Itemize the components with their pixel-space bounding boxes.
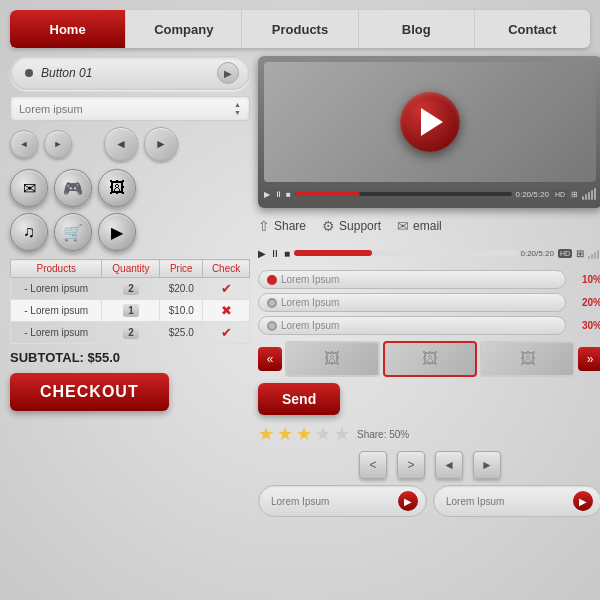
bottom-text-2[interactable] xyxy=(446,496,573,507)
play-triangle-icon xyxy=(421,108,443,136)
col-quantity: Quantity xyxy=(102,260,160,278)
audio-expand[interactable]: ⊞ xyxy=(576,248,584,259)
scroll-arrows: ▲ ▼ xyxy=(234,101,241,116)
ctrl-next[interactable]: ► xyxy=(44,130,72,158)
avbar2 xyxy=(591,254,593,259)
radio-dot-2[interactable] xyxy=(267,298,277,308)
right-panel: ▶ ⏸ ■ 0:20/5:20 HD ⊞ xyxy=(258,56,600,517)
button01-row: Button 01 ▶ xyxy=(10,56,250,90)
audio-bar: ▶ ⏸ ■ 0:20/5:20 HD ⊞ xyxy=(258,244,600,262)
carousel-thumb-2[interactable]: 🖼 xyxy=(383,341,478,377)
vbar4 xyxy=(591,190,593,200)
radio-row-2: Lorem Ipsum 20% xyxy=(258,293,600,312)
scroll-down[interactable]: ▼ xyxy=(234,109,241,116)
image-carousel: « 🖼 🖼 🖼 » xyxy=(258,341,600,377)
share-button[interactable]: ⇧ Share xyxy=(258,218,306,234)
bottom-arrow-1[interactable]: ▶ xyxy=(398,491,418,511)
star-4[interactable]: ★ xyxy=(315,423,331,445)
radio-row-3: Lorem Ipsum 30% xyxy=(258,316,600,335)
nav-blog[interactable]: Blog xyxy=(359,10,475,48)
support-label: Support xyxy=(339,219,381,233)
radio-label-1: Lorem Ipsum xyxy=(281,274,339,285)
bottom-input-2: ▶ xyxy=(433,485,600,517)
vc-expand[interactable]: ⊞ xyxy=(571,190,578,199)
star-1[interactable]: ★ xyxy=(258,423,274,445)
scroll-up[interactable]: ▲ xyxy=(234,101,241,108)
carousel-thumb-1[interactable]: 🖼 xyxy=(285,341,380,377)
video-player: ▶ ⏸ ■ 0:20/5:20 HD ⊞ xyxy=(258,56,600,208)
product-table: Products Quantity Price Check - Lorem ip… xyxy=(10,259,250,344)
lorem-input[interactable] xyxy=(19,103,234,115)
checkout-button[interactable]: CHECKOUT xyxy=(10,373,169,411)
vc-pause[interactable]: ⏸ xyxy=(274,190,282,199)
icon-image[interactable]: 🖼 xyxy=(98,169,136,207)
product-check: ✔ xyxy=(203,322,250,344)
pct-label-1: 10% xyxy=(572,274,600,285)
radio-input-3: Lorem Ipsum xyxy=(258,316,566,335)
icon-email[interactable]: ✉ xyxy=(10,169,48,207)
product-check: ✔ xyxy=(203,278,250,300)
video-controls: ▶ ⏸ ■ 0:20/5:20 HD ⊞ xyxy=(264,186,596,202)
button01-dot xyxy=(25,69,33,77)
audio-pause[interactable]: ⏸ xyxy=(270,248,280,259)
audio-progress[interactable] xyxy=(294,250,516,256)
nav-home[interactable]: Home xyxy=(10,10,126,48)
star-2[interactable]: ★ xyxy=(277,423,293,445)
star-5[interactable]: ★ xyxy=(334,423,350,445)
carousel-next[interactable]: » xyxy=(578,347,600,371)
play-button-large[interactable] xyxy=(400,92,460,152)
nav-products[interactable]: Products xyxy=(242,10,358,48)
nav-next[interactable]: ► xyxy=(473,451,501,479)
bottom-arrow-2[interactable]: ▶ xyxy=(573,491,593,511)
carousel-thumb-3[interactable]: 🖼 xyxy=(480,341,575,377)
nav-arrows: < > ◄ ► xyxy=(258,451,600,479)
audio-play[interactable]: ▶ xyxy=(258,248,266,259)
avbar4 xyxy=(597,250,599,259)
ctrl-prev[interactable]: ◄ xyxy=(10,130,38,158)
ctrl-next2[interactable]: ► xyxy=(144,127,178,161)
video-time: 0:20/5:20 xyxy=(516,190,549,199)
ctrl-prev2[interactable]: ◄ xyxy=(104,127,138,161)
button01-arrow[interactable]: ▶ xyxy=(217,62,239,84)
audio-hd: HD xyxy=(558,249,572,258)
stars-row: ★ ★ ★ ★ ★ Share: 50% xyxy=(258,423,600,445)
icon-cart[interactable]: 🛒 xyxy=(54,213,92,251)
email-button[interactable]: ✉ email xyxy=(397,218,442,234)
table-row: - Lorem ipsum 1 $10.0 ✖ xyxy=(11,300,250,322)
email-icon: ✉ xyxy=(397,218,409,234)
pct-label-2: 20% xyxy=(572,297,600,308)
video-progress[interactable] xyxy=(295,192,512,196)
vbar1 xyxy=(582,196,584,200)
share-icon: ⇧ xyxy=(258,218,270,234)
nav-contact[interactable]: Contact xyxy=(475,10,590,48)
icon-video[interactable]: ▶ xyxy=(98,213,136,251)
nav-bar: Home Company Products Blog Contact xyxy=(10,10,590,48)
audio-fill xyxy=(294,250,372,256)
vc-stop[interactable]: ■ xyxy=(286,190,291,199)
radio-section: Lorem Ipsum 10% Lorem Ipsum 20% Lorem Ip… xyxy=(258,270,600,335)
nav-prev[interactable]: ◄ xyxy=(435,451,463,479)
bottom-inputs: ▶ ▶ xyxy=(258,485,600,517)
radio-dot-3[interactable] xyxy=(267,321,277,331)
star-3[interactable]: ★ xyxy=(296,423,312,445)
avbar3 xyxy=(594,252,596,259)
icon-music[interactable]: ♫ xyxy=(10,213,48,251)
nav-left-bracket[interactable]: < xyxy=(359,451,387,479)
table-row: - Lorem ipsum 2 $25.0 ✔ xyxy=(11,322,250,344)
video-screen[interactable] xyxy=(264,62,596,182)
bottom-text-1[interactable] xyxy=(271,496,398,507)
support-button[interactable]: ⚙ Support xyxy=(322,218,381,234)
radio-label-3: Lorem Ipsum xyxy=(281,320,339,331)
send-button[interactable]: Send xyxy=(258,383,340,415)
radio-dot-1[interactable] xyxy=(267,275,277,285)
left-panel: Button 01 ▶ ▲ ▼ ◄ ► ◄ ► ✉ 🎮 🖼 ♫ 🛒 ▶ xyxy=(10,56,250,517)
carousel-prev[interactable]: « xyxy=(258,347,282,371)
icon-gamepad[interactable]: 🎮 xyxy=(54,169,92,207)
vc-play[interactable]: ▶ xyxy=(264,190,270,199)
col-price: Price xyxy=(160,260,203,278)
nav-company[interactable]: Company xyxy=(126,10,242,48)
avbar1 xyxy=(588,256,590,259)
subtotal: SUBTOTAL: $55.0 xyxy=(10,350,250,365)
nav-right-bracket[interactable]: > xyxy=(397,451,425,479)
audio-stop[interactable]: ■ xyxy=(284,248,290,259)
